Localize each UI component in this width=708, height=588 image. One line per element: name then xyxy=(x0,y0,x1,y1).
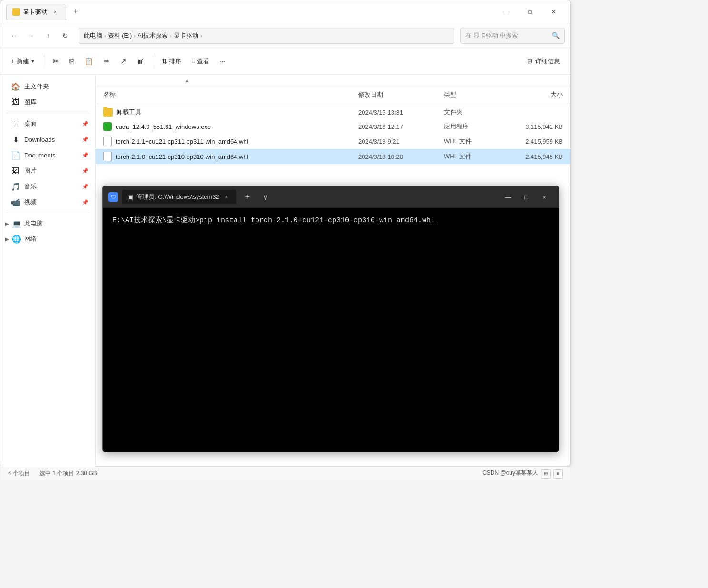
paste-button[interactable]: 📋 xyxy=(79,54,98,69)
view-list-icon[interactable]: ≡ xyxy=(553,469,563,479)
sidebar-network-label: 网络 xyxy=(24,235,37,243)
up-button[interactable]: ↑ xyxy=(40,28,56,43)
terminal-tab[interactable]: ▣ 管理员: C:\Windows\system32 × xyxy=(122,190,236,204)
sidebar-item-music[interactable]: 🎵 音乐 📌 xyxy=(3,179,92,194)
status-bar-right: CSDN @ouy某某某人 ⊞ ≡ xyxy=(482,469,563,479)
sort-button[interactable]: ⇅ 排序 xyxy=(157,54,186,69)
view-grid-icon[interactable]: ⊞ xyxy=(541,469,551,479)
terminal-window: 🛡 ▣ 管理员: C:\Windows\system32 × + ∨ — □ ×… xyxy=(102,186,559,452)
view-label: 查看 xyxy=(197,57,209,66)
exe-icon xyxy=(103,122,112,131)
file-type: 文件夹 xyxy=(444,108,501,117)
breadcrumb-thispc: 此电脑 xyxy=(84,31,102,40)
refresh-button[interactable]: ↻ xyxy=(58,28,73,43)
delete-button[interactable]: 🗑 xyxy=(132,54,149,68)
tab-close-button[interactable]: × xyxy=(50,7,60,17)
sidebar-item-gallery[interactable]: 🖼 图库 xyxy=(3,95,92,110)
terminal-body[interactable]: E:\AI技术探索\显卡驱动>pip install torch-2.1.0+c… xyxy=(103,208,559,452)
cut-button[interactable]: ✂ xyxy=(48,54,64,69)
back-button[interactable]: ← xyxy=(6,28,21,43)
sidebar-item-documents[interactable]: 📄 Documents 📌 xyxy=(3,147,92,163)
more-button[interactable]: ··· xyxy=(215,55,230,68)
new-button[interactable]: + 新建 ▼ xyxy=(6,54,40,69)
status-bar: 4 个项目 选中 1 个项目 2.30 GB CSDN @ouy某某某人 ⊞ ≡ xyxy=(0,467,570,480)
more-icon: ··· xyxy=(220,58,225,65)
sidebar-item-home[interactable]: 🏠 主文件夹 xyxy=(3,79,92,94)
file-name-cell: torch-2.1.1+cu121-cp311-cp311-win_amd64.… xyxy=(103,137,358,146)
terminal-minimize-button[interactable]: — xyxy=(500,190,517,204)
table-row[interactable]: torch-2.1.0+cu121-cp310-cp310-win_amd64.… xyxy=(96,149,570,164)
column-date[interactable]: 修改日期 xyxy=(358,90,444,99)
navigation-bar: ← → ↑ ↻ 此电脑 › 资料 (E:) › AI技术探索 › 显卡驱动 › … xyxy=(0,23,570,48)
close-button[interactable]: ✕ xyxy=(543,4,565,20)
sidebar-item-desktop[interactable]: 🖥 桌面 📌 xyxy=(3,116,92,131)
column-size[interactable]: 大小 xyxy=(501,90,563,99)
table-row[interactable]: cuda_12.4.0_551.61_windows.exe 2024/3/16… xyxy=(96,119,570,134)
search-box[interactable]: 在 显卡驱动 中搜索 🔍 xyxy=(460,28,565,44)
terminal-add-button[interactable]: + xyxy=(240,190,255,204)
pin-icon-downloads: 📌 xyxy=(82,137,88,143)
new-tab-button[interactable]: + xyxy=(68,4,83,20)
music-icon: 🎵 xyxy=(11,182,20,191)
table-row[interactable]: torch-2.1.1+cu121-cp311-cp311-win_amd64.… xyxy=(96,134,570,149)
sidebar-item-pictures[interactable]: 🖼 图片 📌 xyxy=(3,163,92,178)
copy-button[interactable]: ⎘ xyxy=(65,54,79,68)
terminal-tab-close[interactable]: × xyxy=(222,193,231,201)
thispc-icon: 💻 xyxy=(12,219,21,228)
selected-info: 选中 1 个项目 2.30 GB xyxy=(39,470,97,478)
toolbar-sep1 xyxy=(44,55,44,68)
terminal-close-button[interactable]: × xyxy=(536,190,553,204)
sidebar-desktop-label: 桌面 xyxy=(24,119,37,128)
terminal-prompt: E:\AI技术探索\显卡驱动>pip install torch-2.1.0+c… xyxy=(112,216,435,225)
column-type[interactable]: 类型 xyxy=(444,90,501,99)
delete-icon: 🗑 xyxy=(137,57,144,65)
toolbar-sep2 xyxy=(153,55,153,68)
minimize-button[interactable]: — xyxy=(495,4,517,20)
detail-button[interactable]: ⊞ 详细信息 xyxy=(522,54,565,69)
sidebar-item-downloads[interactable]: ⬇ Downloads 📌 xyxy=(3,132,92,147)
sidebar-pictures-label: 图片 xyxy=(24,167,37,175)
search-placeholder: 在 显卡驱动 中搜索 xyxy=(465,31,518,40)
file-date: 2024/3/16 12:17 xyxy=(358,123,444,130)
gallery-icon: 🖼 xyxy=(11,98,20,107)
column-name[interactable]: 名称 xyxy=(103,90,358,99)
terminal-title-text: 管理员: C:\Windows\system32 xyxy=(136,193,219,201)
pin-icon-pictures: 📌 xyxy=(82,168,88,174)
terminal-dropdown-button[interactable]: ∨ xyxy=(258,190,273,204)
breadcrumb-drive: 资料 (E:) xyxy=(108,31,132,40)
view-button[interactable]: ≡ 查看 xyxy=(187,54,215,69)
rename-icon: ✏ xyxy=(104,57,110,66)
pictures-icon: 🖼 xyxy=(11,166,20,176)
file-name-cell: 卸载工具 xyxy=(103,108,358,117)
sidebar-music-label: 音乐 xyxy=(24,182,37,191)
toolbar: + 新建 ▼ ✂ ⎘ 📋 ✏ ↗ 🗑 ⇅ 排序 ≡ 查看 xyxy=(0,48,570,75)
sidebar-section-network[interactable]: ▶ 🌐 网络 xyxy=(0,231,95,246)
terminal-shield-icon: 🛡 xyxy=(108,192,118,202)
copy-icon: ⎘ xyxy=(69,57,74,65)
file-type: WHL 文件 xyxy=(444,152,501,161)
sidebar-videos-label: 视频 xyxy=(24,198,37,206)
terminal-ps-icon: ▣ xyxy=(128,194,133,201)
table-row[interactable]: 卸载工具 2024/3/16 13:31 文件夹 xyxy=(96,105,570,119)
sidebar-section-thispc[interactable]: ▶ 💻 此电脑 xyxy=(0,216,95,231)
breadcrumb-ai: AI技术探索 xyxy=(138,31,168,40)
terminal-maximize-button[interactable]: □ xyxy=(518,190,535,204)
breadcrumb-sep1: › xyxy=(104,33,106,39)
breadcrumb[interactable]: 此电脑 › 资料 (E:) › AI技术探索 › 显卡驱动 › xyxy=(79,28,454,44)
breadcrumb-gpu: 显卡驱动 xyxy=(174,31,198,40)
terminal-title-bar: 🛡 ▣ 管理员: C:\Windows\system32 × + ∨ — □ × xyxy=(103,186,559,208)
forward-button[interactable]: → xyxy=(23,28,39,43)
sidebar-gallery-label: 图库 xyxy=(24,98,37,107)
file-name-cell: cuda_12.4.0_551.61_windows.exe xyxy=(103,122,358,131)
new-label: 新建 xyxy=(17,57,29,66)
maximize-button[interactable]: □ xyxy=(519,4,541,20)
documents-icon: 📄 xyxy=(11,150,20,160)
pin-icon-documents: 📌 xyxy=(82,152,88,158)
share-button[interactable]: ↗ xyxy=(116,54,131,69)
window-tab[interactable]: 显卡驱动 × xyxy=(6,4,66,20)
file-type: 应用程序 xyxy=(444,122,501,131)
sidebar: 🏠 主文件夹 🖼 图库 🖥 桌面 📌 ⬇ Downloads 📌 📄 Docum… xyxy=(0,75,96,467)
sidebar-item-videos[interactable]: 📹 视频 📌 xyxy=(3,195,92,210)
rename-button[interactable]: ✏ xyxy=(99,54,115,69)
doc-icon xyxy=(103,137,112,146)
